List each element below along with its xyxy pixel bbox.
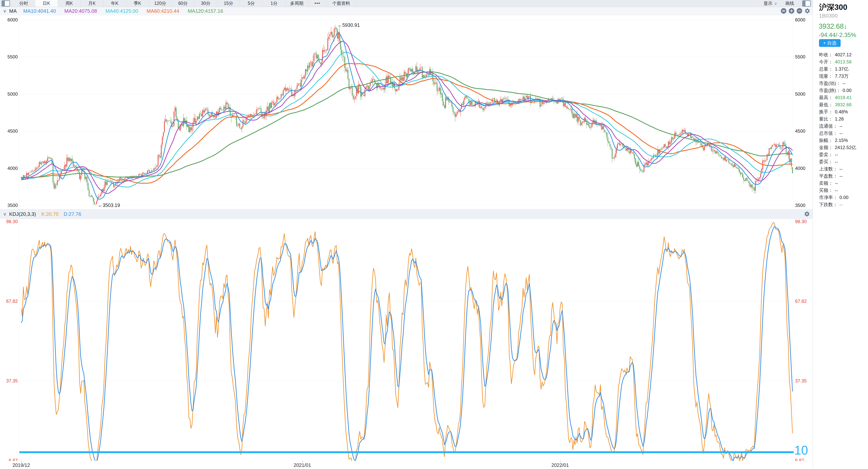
price-tick-label: 3500 — [795, 203, 813, 208]
stat-label: 流通值： — [819, 123, 838, 129]
quote-stat-row: 最高：4019.41 — [819, 94, 856, 101]
date-tick-label: 2021/01 — [293, 463, 311, 468]
tab-分时[interactable]: 分时 — [12, 0, 35, 7]
stat-label: 买额： — [819, 187, 833, 193]
last-price: 3932.68↓ — [818, 22, 847, 30]
display-menu-label: 显示 — [764, 0, 772, 6]
stat-label: 上涨数： — [819, 166, 838, 172]
ma-value-label: MA120:4157.16 — [188, 8, 223, 14]
date-tick-mark — [303, 461, 303, 462]
zoom-in-icon[interactable] — [788, 8, 795, 14]
tab-1分[interactable]: 1分 — [263, 0, 285, 7]
symbol-name: 沪深300 — [819, 2, 847, 12]
tab-30分[interactable]: 30分 — [194, 0, 217, 7]
kdj-tick-label: 98.30 — [0, 219, 18, 224]
stat-label: 市净率： — [819, 194, 838, 200]
ma-indicator-bar: ∨ MA MA10:4041.40MA20:4075.08MA40:4125.0… — [0, 7, 813, 15]
stat-label: 今开： — [819, 59, 833, 65]
tab-季K[interactable]: 季K — [126, 0, 149, 7]
stat-value: 0.48% — [835, 109, 848, 115]
restore-zoom-icon[interactable] — [781, 8, 786, 14]
kdj-tick-label: 98.30 — [795, 219, 813, 224]
date-tick-mark — [560, 461, 561, 462]
kdj-tick-label: 67.82 — [795, 299, 813, 304]
ma-value-label: MA40:4125.00 — [105, 8, 138, 14]
tab-年K[interactable]: 年K — [103, 0, 126, 7]
drawline-menu[interactable]: 画线 — [785, 0, 794, 6]
quote-stat-row: 市盈(静)：0.00 — [819, 87, 856, 94]
tab-多周期[interactable]: 多周期 — [285, 0, 308, 7]
quote-stat-row: 金额：2412.52亿 — [819, 144, 856, 151]
chart-tool-icons — [781, 8, 810, 14]
tab-120分[interactable]: 120分 — [149, 0, 172, 7]
price-tick-label: 5500 — [795, 54, 813, 60]
stat-label: 振幅： — [819, 137, 833, 144]
toolbar: 分时日K周K月K年K季K120分60分30分15分5分1分多周期•••个股资料 … — [0, 0, 813, 7]
ma-title: MA — [9, 8, 17, 14]
chevron-down-icon: ∨ — [774, 1, 777, 6]
quote-stat-row: 流通值：-- — [819, 122, 856, 130]
stat-label: 现量： — [819, 73, 833, 79]
stat-label: 最高： — [819, 94, 833, 101]
stat-value: 1.37亿 — [835, 66, 848, 72]
quote-stat-row: 现量：7.73万 — [819, 72, 856, 80]
stat-value: -- — [839, 123, 842, 129]
tab-15分[interactable]: 15分 — [217, 0, 240, 7]
stat-value: 1.26 — [835, 116, 844, 122]
stat-value: 4027.12 — [835, 52, 851, 58]
stat-label: 昨收： — [819, 52, 833, 58]
add-watchlist-button[interactable]: + 自选 — [819, 39, 841, 47]
gear-icon[interactable] — [804, 8, 810, 14]
sidebar-toggle-icon[interactable] — [802, 0, 811, 6]
price-tick-label: 4000 — [795, 166, 813, 171]
tab-5分[interactable]: 5分 — [240, 0, 263, 7]
stat-label: 委买： — [819, 159, 833, 165]
quote-stat-row: 今开：4013.58 — [819, 58, 856, 65]
quote-stat-row: 换手：0.48% — [819, 108, 856, 115]
quote-stat-row: 平盘数：-- — [819, 173, 856, 180]
candlestick-canvas[interactable] — [19, 15, 794, 209]
quote-stat-row: 卖额：-- — [819, 180, 856, 187]
stat-value: -- — [839, 174, 842, 179]
tab-•••[interactable]: ••• — [308, 0, 327, 7]
tab-60分[interactable]: 60分 — [172, 0, 194, 7]
kdj-header: ∨ KDJ(20,3,3) K:20.70 D:27.76 — [0, 209, 813, 219]
stat-value: 4013.58 — [835, 59, 851, 65]
kdj-tick-label: 67.82 — [0, 299, 18, 304]
kdj-collapse-chevron-icon[interactable]: ∨ — [3, 211, 6, 217]
stat-value: -- — [835, 181, 838, 186]
kdj-panel: 98.3067.8237.356.87 98.3067.8237.356.87 … — [0, 219, 813, 461]
stat-value: 2.15% — [835, 138, 848, 143]
price-tick-label: 4000 — [0, 166, 18, 171]
display-menu[interactable]: 显示 ∨ — [764, 0, 777, 6]
drawn-horizontal-line[interactable] — [19, 451, 794, 453]
price-tick-label: 5000 — [0, 91, 18, 97]
stat-label: 下跌数： — [819, 201, 838, 208]
quote-stat-row: 振幅：2.15% — [819, 137, 856, 144]
stat-label: 卖额： — [819, 180, 833, 186]
ma-value-label: MA10:4041.40 — [23, 8, 56, 14]
sidebar-toggle-fill — [803, 1, 806, 6]
symbol-code: 1B0300 — [819, 13, 838, 19]
stat-label: 金额： — [819, 145, 833, 151]
quote-stat-row: 总市值：-- — [819, 130, 856, 137]
kdj-d-value: D:27.76 — [64, 211, 81, 217]
quote-stat-row: 昨收：4027.12 — [819, 51, 856, 58]
tab-周K[interactable]: 周K — [58, 0, 81, 7]
quote-stat-row: 市盈(动)：-- — [819, 80, 856, 87]
zoom-out-icon[interactable] — [797, 8, 802, 14]
date-axis: 2019/122021/012022/01 — [0, 461, 813, 469]
stat-label: 市盈(动)： — [819, 80, 841, 86]
tab-日K[interactable]: 日K — [35, 0, 58, 7]
stat-label: 量比： — [819, 116, 833, 122]
tab-个股资料[interactable]: 个股资料 — [327, 0, 356, 7]
kdj-gear-icon[interactable] — [804, 211, 810, 217]
tab-月K[interactable]: 月K — [81, 0, 103, 7]
quote-stat-row: 最低：3932.68 — [819, 101, 856, 108]
stat-value: -- — [842, 81, 846, 86]
stat-value: -- — [835, 152, 838, 157]
ma-collapse-chevron-icon[interactable]: ∨ — [3, 8, 6, 14]
quote-stat-row: 下跌数：-- — [819, 201, 856, 208]
panel-toggle-icon[interactable] — [2, 0, 10, 6]
kdj-canvas[interactable] — [19, 219, 794, 461]
